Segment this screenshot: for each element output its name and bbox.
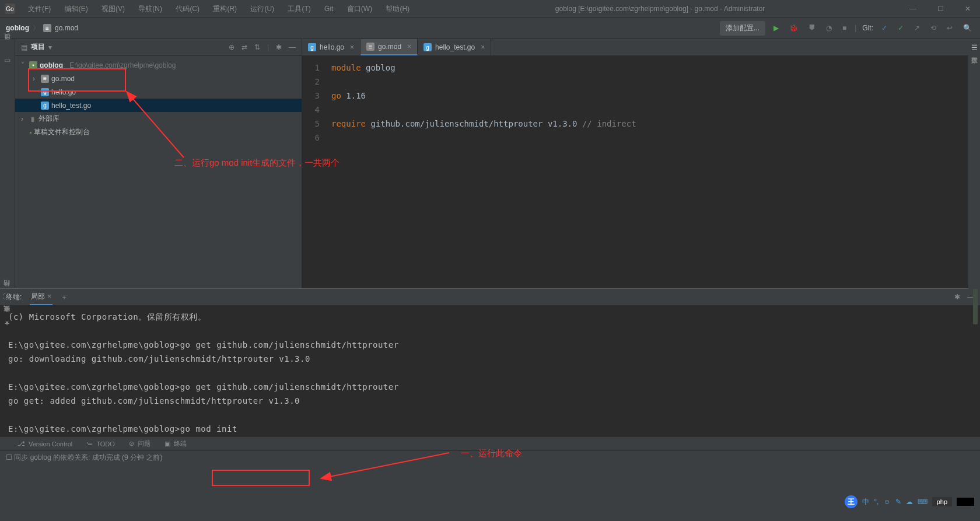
minimize-button[interactable]: — — [905, 5, 921, 13]
tree-file-gomod[interactable]: ›≡ go.mod — [15, 72, 302, 85]
left-bottom-tool-tabs[interactable]: ★ 收藏夹 ⛶ 结构 — [2, 292, 11, 327]
php-badge: php — [932, 497, 952, 506]
terminal-panel: 终端: 局部 × ＋ ✱ — (c) Microsoft Corporation… — [0, 288, 980, 436]
close-icon[interactable]: × — [481, 43, 485, 51]
breadcrumb-file[interactable]: go.mod — [55, 24, 78, 32]
revert-icon[interactable]: ↩ — [944, 24, 955, 32]
status-bar: ☐ 同步 goblog 的依赖关系: 成功完成 (9 分钟 之前) — [0, 450, 980, 464]
tree-file-hellotest[interactable]: g hello_test.go — [15, 99, 302, 112]
tab-gomod[interactable]: ≡go.mod× — [360, 39, 418, 55]
menu-run[interactable]: 运行(U) — [250, 5, 274, 13]
navbar: goblog 〉 ≡ go.mod 添加配置... ▶ 🐞 ⛊ ◔ ■ | Gi… — [0, 18, 980, 39]
menu-git[interactable]: Git — [324, 5, 333, 13]
close-icon[interactable]: × — [350, 43, 354, 51]
settings-icon[interactable]: ✱ — [276, 43, 282, 51]
tab-terminal[interactable]: ▣终端 — [164, 439, 187, 448]
menu-file[interactable]: 文件(F) — [28, 5, 51, 13]
project-tool-window: ▤ 项目 ▾ ⊕ ⇄ ⇅ | ✱ — ˅▪ goblog E:\go\gitee… — [15, 39, 302, 288]
tree-scratches[interactable]: ▪ 草稿文件和控制台 — [15, 125, 302, 139]
structure-tab[interactable]: ⛶ 结构 — [2, 292, 11, 300]
run-icon[interactable]: ▶ — [771, 24, 781, 32]
status-text: 同步 goblog 的依赖关系: 成功完成 (9 分钟 之前) — [14, 453, 162, 461]
tree-external-libs[interactable]: ›⫼ 外部库 — [15, 112, 302, 125]
menu-code[interactable]: 代码(C) — [176, 5, 200, 13]
search-icon[interactable]: 🔍 — [961, 24, 974, 32]
git-update-icon[interactable]: ✓ — [879, 24, 890, 32]
menu-refactor[interactable]: 重构(R) — [213, 5, 237, 13]
code-content[interactable]: module goblog go 1.16 require github.com… — [326, 56, 970, 288]
black-box — [957, 498, 974, 506]
ime-punct-icon[interactable]: °, — [874, 498, 878, 506]
close-icon[interactable]: × — [407, 43, 411, 51]
menu-help[interactable]: 帮助(H) — [386, 5, 410, 13]
line-gutter: 123456 — [302, 56, 326, 288]
hide-icon[interactable]: — — [289, 43, 296, 51]
git-label: Git: — [862, 24, 873, 32]
git-push-icon[interactable]: ↗ — [912, 24, 922, 32]
tab-hellotest[interactable]: ghello_test.go× — [418, 39, 491, 55]
debug-icon[interactable]: 🐞 — [787, 24, 800, 32]
tab-hello[interactable]: ghello.go× — [302, 39, 360, 55]
tree-root[interactable]: ˅▪ goblog E:\go\gitee.com\zgrhelpme\gobl… — [15, 58, 302, 72]
menu-tools[interactable]: 工具(T) — [288, 5, 310, 13]
project-tree[interactable]: ˅▪ goblog E:\go\gitee.com\zgrhelpme\gobl… — [15, 56, 302, 139]
left-tool-gutter: 项目 ▭ — [0, 39, 15, 288]
ime-lang-icon[interactable]: 中 — [862, 497, 869, 507]
code-editor[interactable]: 123456 module goblog go 1.16 require git… — [302, 56, 980, 288]
add-configuration-button[interactable]: 添加配置... — [720, 21, 765, 36]
main-menu[interactable]: 文件(F) 编辑(E) 视图(V) 导航(N) 代码(C) 重构(R) 运行(U… — [22, 4, 415, 14]
right-tool-gutter: ☰ 数据库 — [968, 39, 980, 289]
git-commit-icon[interactable]: ✓ — [895, 24, 906, 32]
stop-icon[interactable]: ■ — [840, 24, 849, 32]
terminal-tab-local[interactable]: 局部 × — [30, 289, 52, 305]
app-logo: Go — [5, 4, 15, 14]
profile-icon[interactable]: ◔ — [824, 24, 834, 32]
favorites-tab[interactable]: ★ 收藏夹 — [2, 317, 11, 327]
ime-edit-icon[interactable]: ✎ — [895, 498, 901, 506]
breadcrumb[interactable]: goblog 〉 ≡ go.mod — [6, 23, 78, 33]
ime-cloud-icon[interactable]: ☁ — [906, 498, 913, 506]
close-button[interactable]: ✕ — [960, 5, 975, 13]
terminal-output[interactable]: (c) Microsoft Corporation。保留所有权利。 E:\go\… — [0, 305, 980, 436]
tab-todo[interactable]: ≔TODO — [86, 440, 115, 447]
expand-icon[interactable]: ⇄ — [242, 43, 247, 51]
editor-tabs[interactable]: ghello.go× ≡go.mod× ghello_test.go× — [302, 39, 980, 56]
add-terminal-button[interactable]: ＋ — [61, 292, 68, 302]
file-icon: ≡ — [43, 24, 51, 32]
git-history-icon[interactable]: ⟲ — [928, 24, 939, 32]
breadcrumb-root[interactable]: goblog — [6, 24, 29, 32]
maximize-button[interactable]: ☐ — [933, 5, 949, 13]
terminal-settings-icon[interactable]: ✱ — [954, 293, 960, 301]
ime-emoji-icon[interactable]: ☺ — [883, 498, 890, 506]
badge-icon: 王 — [845, 495, 858, 508]
ime-keyboard-icon[interactable]: ⌨ — [918, 498, 928, 506]
titlebar: Go 文件(F) 编辑(E) 视图(V) 导航(N) 代码(C) 重构(R) 运… — [0, 0, 980, 18]
tab-problems[interactable]: ⊘问题 — [129, 439, 150, 448]
bottom-tool-tabs[interactable]: ⎇Version Control ≔TODO ⊘问题 ▣终端 — [0, 436, 980, 450]
menu-edit[interactable]: 编辑(E) — [65, 5, 88, 13]
menu-view[interactable]: 视图(V) — [102, 5, 125, 13]
coverage-icon[interactable]: ⛊ — [806, 24, 818, 32]
collapse-icon[interactable]: ⇅ — [254, 43, 260, 51]
ime-tray: 王 中 °, ☺ ✎ ☁ ⌨ php — [845, 495, 974, 508]
window-title: goblog [E:\go\gitee.com\zgrhelpme\goblog… — [415, 5, 905, 13]
locate-icon[interactable]: ⊕ — [229, 43, 235, 51]
tab-version-control[interactable]: ⎇Version Control — [18, 440, 72, 447]
annotation-box-2 — [212, 470, 310, 486]
menu-window[interactable]: 窗口(W) — [347, 5, 372, 13]
menu-navigate[interactable]: 导航(N) — [138, 5, 162, 13]
tree-file-hello[interactable]: g hello.go — [15, 85, 302, 99]
project-pane-title: 项目 — [31, 42, 45, 52]
database-tool-tab[interactable]: ☰ — [971, 44, 978, 52]
